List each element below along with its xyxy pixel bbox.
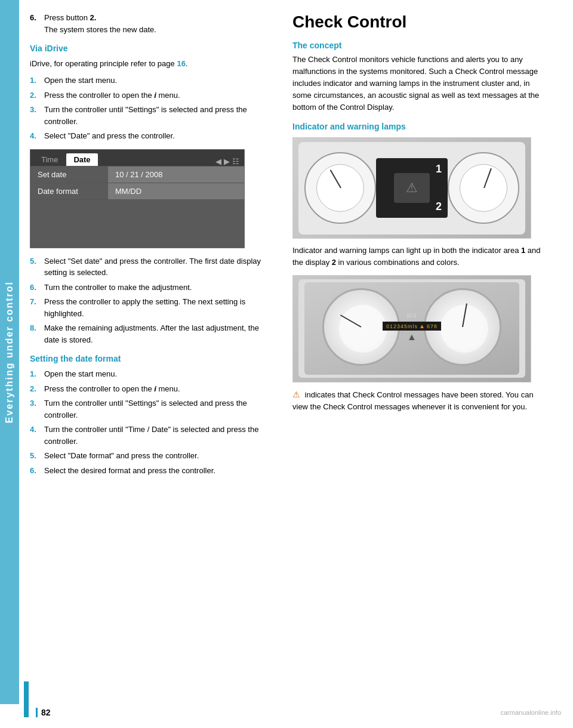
gauge-inner-right bbox=[460, 164, 507, 212]
setting-date-heading: Setting the date format bbox=[30, 354, 269, 363]
list-item: 2. Press the controller to open the i me… bbox=[30, 90, 269, 101]
cell-value-setdate: 10 / 21 / 2008 bbox=[108, 166, 244, 183]
odometer-bar: 012345mls ▲ 678 bbox=[383, 322, 441, 331]
odometer-suffix: 678 bbox=[427, 323, 438, 329]
concept-heading: The concept bbox=[292, 41, 543, 50]
list-item: 5. Select "Set date" and press the contr… bbox=[30, 255, 269, 279]
step-6-num: 6. bbox=[30, 12, 42, 35]
concept-text: The Check Control monitors vehicle funct… bbox=[292, 54, 543, 114]
step-6-text: Press button 2. The system stores the ne… bbox=[44, 12, 156, 35]
cluster-caption: Indicator and warning lamps can light up… bbox=[292, 245, 543, 269]
list-item: 1. Open the start menu. bbox=[30, 75, 269, 87]
cluster-image-1: 1 ⚠ 2 bbox=[292, 137, 531, 239]
center-info: M4 012345mls ▲ 678 ▲ bbox=[383, 312, 441, 343]
warning-triangle-small: ▲ bbox=[419, 323, 426, 329]
list-item: 6. Turn the controller to make the adjus… bbox=[30, 282, 269, 294]
indicator-heading: Indicator and warning lamps bbox=[292, 122, 543, 131]
speedometer-container: M4 012345mls ▲ 678 ▲ bbox=[304, 282, 519, 375]
list-item: 2. Press the controller to open the i me… bbox=[30, 383, 269, 395]
up-arrow: ▲ bbox=[383, 332, 441, 343]
list-item: 3. Turn the controller until "Settings" … bbox=[30, 104, 269, 127]
watermark: carmanualonline.info bbox=[500, 709, 561, 716]
odometer-value: 012345mls bbox=[386, 323, 418, 329]
caption-num-2: 2 bbox=[332, 258, 336, 267]
table-empty-rows bbox=[30, 199, 244, 248]
nav-forward: ▶ bbox=[224, 157, 230, 166]
list-item: 8. Make the remaining adjustments. After… bbox=[30, 322, 269, 346]
steps-1-4: 1. Open the start menu. 2. Press the con… bbox=[30, 75, 269, 142]
cell-value-dateformat: MM/DD bbox=[108, 183, 244, 199]
list-item: 1. Open the start menu. bbox=[30, 368, 269, 380]
right-column: Check Control The concept The Check Cont… bbox=[281, 12, 543, 482]
step-6-top: 6. Press button 2. The system stores the… bbox=[30, 12, 269, 35]
warning-symbol-box: ⚠ bbox=[394, 173, 430, 203]
cluster-label-1: 1 bbox=[436, 163, 442, 175]
setting-steps: 1. Open the start menu. 2. Press the con… bbox=[30, 368, 269, 476]
chapter-title: Check Control bbox=[292, 12, 543, 32]
step-6-bold: 2. bbox=[90, 13, 97, 22]
page-number-area: 82 bbox=[36, 708, 51, 717]
cell-label-dateformat: Date format bbox=[30, 183, 108, 199]
page-footer: 82 carmanualonline.info bbox=[24, 708, 573, 717]
list-item: 7. Press the controller to apply the set… bbox=[30, 296, 269, 319]
steps-5-8: 5. Select "Set date" and press the contr… bbox=[30, 255, 269, 346]
list-item: 4. Turn the controller until "Time / Dat… bbox=[30, 424, 269, 447]
cluster-label-2: 2 bbox=[436, 200, 442, 213]
cluster-center-display: 1 ⚠ 2 bbox=[376, 158, 448, 218]
list-item: 4. Select "Date" and press the controlle… bbox=[30, 130, 269, 142]
nav-menu: ☷ bbox=[232, 157, 239, 166]
step-6-sub: The system stores the new date. bbox=[44, 25, 156, 34]
side-tab: Everything under control bbox=[0, 0, 19, 704]
via-idrive-heading: Via iDrive bbox=[30, 44, 269, 53]
left-gauge-container bbox=[304, 152, 376, 224]
left-column: 6. Press button 2. The system stores the… bbox=[30, 12, 281, 482]
side-tab-label: Everything under control bbox=[4, 281, 15, 423]
blue-marker bbox=[24, 681, 29, 717]
via-idrive-intro: iDrive, for operating principle refer to… bbox=[30, 58, 269, 70]
speedo-inner-left bbox=[339, 305, 387, 353]
nav-back: ◀ bbox=[215, 157, 221, 166]
left-gauge bbox=[304, 152, 376, 224]
warning-symbol: ⚠ bbox=[406, 180, 418, 196]
idrive-table-screenshot: Time Date ◀ ▶ ☷ Set date 10 / 21 / 2008 … bbox=[30, 149, 245, 248]
right-gauge-container bbox=[448, 152, 519, 224]
warning-caption: ⚠ indicates that Check Control messages … bbox=[292, 388, 543, 414]
warning-icon: ⚠ bbox=[292, 390, 300, 399]
idrive-tabs-row: Time Date ◀ ▶ ☷ bbox=[30, 150, 244, 166]
table-row-dateformat: Date format MM/DD bbox=[30, 183, 244, 199]
list-item: 6. Select the desired format and press t… bbox=[30, 465, 269, 477]
cell-label-setdate: Set date bbox=[30, 166, 108, 183]
page-link[interactable]: 16 bbox=[177, 59, 185, 68]
page-number: 82 bbox=[36, 708, 51, 717]
cluster2-outer: M4 012345mls ▲ 678 ▲ bbox=[298, 279, 525, 378]
i-icon: i bbox=[154, 91, 156, 100]
table-row-setdate: Set date 10 / 21 / 2008 bbox=[30, 166, 244, 183]
cluster-outer-1: 1 ⚠ 2 bbox=[298, 142, 525, 235]
list-item: 5. Select "Date format" and press the co… bbox=[30, 450, 269, 462]
tab-date: Date bbox=[66, 153, 97, 166]
tab-time: Time bbox=[35, 153, 64, 166]
cluster-image-2: M4 012345mls ▲ 678 ▲ bbox=[292, 275, 531, 382]
car-model: M4 bbox=[383, 312, 441, 319]
right-gauge bbox=[448, 152, 519, 224]
list-item: 3. Turn the controller until "Settings" … bbox=[30, 397, 269, 421]
i-icon-2: i bbox=[154, 384, 156, 393]
